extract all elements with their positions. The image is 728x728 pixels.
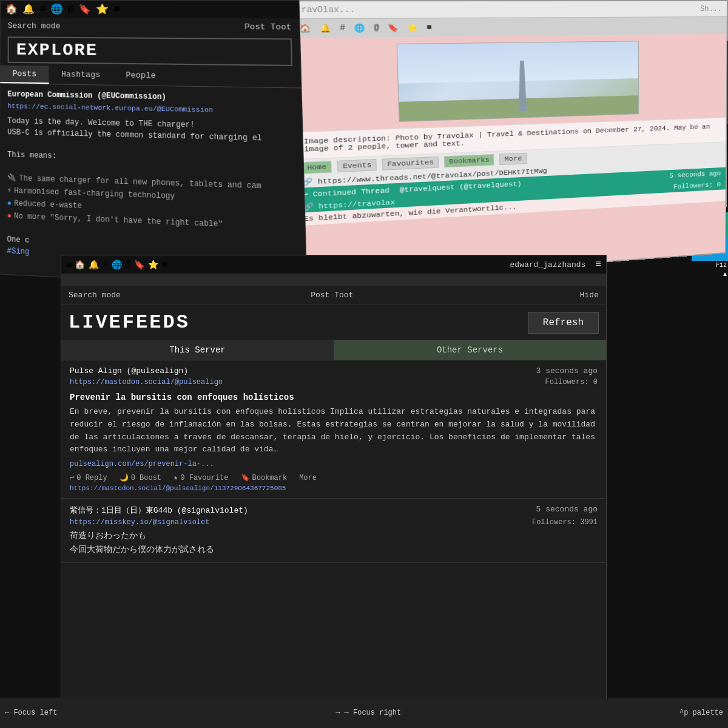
post1-url[interactable]: https://mastodon.social/@pulsealign xyxy=(70,378,223,386)
post1-link-preview[interactable]: pulsealign.com/es/prevenir-la-... xyxy=(70,460,598,468)
fav-icon: ★ xyxy=(174,473,178,482)
svg-rect-0 xyxy=(397,41,638,121)
nav-square-icon[interactable]: ■ xyxy=(423,22,434,34)
events-action-btn[interactable]: Events xyxy=(337,159,377,172)
bk-icon: 🔖 xyxy=(241,473,250,482)
topbar-hash-icon[interactable]: # xyxy=(103,260,107,269)
topbar-username: edward_jazzhands xyxy=(510,260,586,269)
bell-icon: 🔔 xyxy=(22,3,35,15)
explore-topbar: 🏠 🔔 # 🌐 @ 🔖 ⭐ ■ xyxy=(1,1,299,19)
post-body-intro: This means: xyxy=(7,149,295,168)
nav-bookmark-icon[interactable]: 🔖 xyxy=(385,21,402,34)
topbar-globe-icon[interactable]: 🌐 xyxy=(112,260,122,270)
topbar-at-icon[interactable]: @ xyxy=(126,260,130,269)
post1-meta: https://mastodon.social/@pulsealign Foll… xyxy=(70,378,598,389)
tab-other-servers[interactable]: Other Servers xyxy=(334,340,606,360)
focus-right-label[interactable]: → → Focus right xyxy=(335,709,401,717)
feed-post-1: Pulse Align (@pulsealign) 3 seconds ago … xyxy=(61,360,606,499)
accent-text: ▲ xyxy=(692,270,728,279)
topbar-square2-icon[interactable]: ■ xyxy=(162,260,167,269)
main-topbar: ◀ 🏠 🔔 # 🌐 @ 🔖 ⭐ ■ edward_jazzhands ≡ xyxy=(61,255,606,274)
post1-subtitle: Prevenir la bursitis con enfoques holíst… xyxy=(70,393,598,402)
post1-author: Pulse Align (@pulsealign) xyxy=(70,366,188,376)
post1-permalink[interactable]: https://mastodon.social/@pulsealign/1137… xyxy=(70,485,598,492)
home-icon: 🏠 xyxy=(5,3,18,15)
feed-post-2: 紫信号：1日目（日）東G44b (@signalviolet) 5 second… xyxy=(61,499,606,563)
post2-author: 紫信号：1日目（日）東G44b (@signalviolet) xyxy=(70,505,248,516)
post1-actions: ↩0 Reply 🌙0 Boost ★0 Favourite 🔖Bookmark… xyxy=(70,473,598,482)
topbar-star2-icon[interactable]: ⭐ xyxy=(148,260,158,270)
post1-time: 3 seconds ago xyxy=(536,366,598,376)
square-icon: ■ xyxy=(113,4,120,15)
main-post-toot[interactable]: Post Toot xyxy=(311,291,353,300)
globe-icon: 🌐 xyxy=(50,3,62,15)
photo-overlay xyxy=(397,41,638,121)
post2-header: 紫信号：1日目（日）東G44b (@signalviolet) 5 second… xyxy=(70,505,598,516)
home-action-btn[interactable]: Home xyxy=(302,161,332,174)
livefeeds-title: LIVEFEEDS xyxy=(69,311,528,334)
post2-followers: Followers: 3991 xyxy=(532,518,598,529)
boost-icon: 🌙 xyxy=(120,473,129,482)
explore-search-row: Search mode Post Toot xyxy=(1,18,300,36)
focus-left-text: Focus left xyxy=(13,709,57,717)
hash-icon: # xyxy=(39,4,46,15)
f12-label: F12 xyxy=(692,261,728,270)
spacer-bar xyxy=(61,274,606,286)
nav-star-icon[interactable]: ⭐ xyxy=(404,21,421,34)
explore-post: European Commission (@EUCommission) http… xyxy=(0,84,306,276)
tab-hashtags[interactable]: Hashtags xyxy=(49,66,113,85)
bottom-bar: ← Focus left → → Focus right ^p palette xyxy=(0,698,728,728)
post1-body: En breve, prevenir la bursitis con enfoq… xyxy=(70,406,598,456)
livefeeds-header: LIVEFEEDS Refresh xyxy=(61,305,606,340)
panel-title-text: travOlax... xyxy=(295,5,355,15)
star-icon: ⭐ xyxy=(96,3,109,15)
post2-url[interactable]: https://misskey.io/@signalviolet xyxy=(70,518,209,527)
arrow-right-icon: → xyxy=(335,709,340,717)
thread-time: 5 seconds ago xyxy=(669,170,721,180)
focus-left-label[interactable]: ← Focus left xyxy=(5,709,57,717)
topbar-bell-icon[interactable]: 🔔 xyxy=(89,260,99,270)
more-action-btn[interactable]: More xyxy=(499,153,527,165)
explore-title: EXPLORE xyxy=(8,36,292,66)
bookmark-action[interactable]: 🔖Bookmark xyxy=(241,473,288,482)
panel-close-area: Sh... xyxy=(700,4,722,13)
topbar-back-icon[interactable]: ◀ xyxy=(66,260,71,270)
palette-label[interactable]: ^p palette xyxy=(679,709,723,717)
search-mode-label: Search mode xyxy=(8,21,61,31)
topbar-bookmark2-icon[interactable]: 🔖 xyxy=(134,260,144,270)
reply-icon: ↩ xyxy=(70,473,74,482)
favourites-action-btn[interactable]: Favourites xyxy=(382,157,439,170)
topbar-menu-icon[interactable]: ≡ xyxy=(595,259,601,270)
post-toot-button[interactable]: Post Toot xyxy=(244,22,291,32)
main-search-mode: Search mode xyxy=(69,291,121,300)
travel-panel: travOlax... Sh... 🏠 🔔 # 🌐 @ 🔖 ⭐ ■ Image … xyxy=(288,0,728,285)
nav-bell-icon[interactable]: 🔔 xyxy=(317,22,334,35)
travel-photo xyxy=(397,41,639,122)
arrow-left-icon: ← xyxy=(5,709,9,717)
main-toolbar: Search mode Post Toot Hide xyxy=(61,286,606,305)
more-action[interactable]: More xyxy=(299,474,317,482)
topbar-home-icon[interactable]: 🏠 xyxy=(75,260,85,270)
post2-time: 5 seconds ago xyxy=(536,505,598,516)
post2-body-line1: 荷造りおわったかも xyxy=(70,529,598,542)
reply-action[interactable]: ↩0 Reply xyxy=(70,473,107,482)
bookmark-icon: 🔖 xyxy=(79,3,92,15)
photo-area xyxy=(291,34,726,132)
tab-people[interactable]: People xyxy=(113,67,169,86)
topbar-icons: ◀ 🏠 🔔 # 🌐 @ 🔖 ⭐ ■ xyxy=(66,260,167,270)
focus-right-text: → Focus right xyxy=(345,709,402,717)
at-icon: @ xyxy=(68,4,74,15)
nav-globe-icon[interactable]: 🌐 xyxy=(351,22,368,35)
tab-this-server[interactable]: This Server xyxy=(61,340,334,360)
hide-button[interactable]: Hide xyxy=(580,291,599,300)
bookmarks-action-btn[interactable]: Bookmarks xyxy=(444,154,494,167)
nav-hash-icon[interactable]: # xyxy=(337,22,348,35)
tab-posts[interactable]: Posts xyxy=(0,66,49,84)
post2-body-line2: 今回大荷物だから僕の体力が試される xyxy=(70,543,598,556)
favourite-action[interactable]: ★0 Favourite xyxy=(174,473,228,482)
refresh-button[interactable]: Refresh xyxy=(528,312,599,334)
livefeeds-panel: ◀ 🏠 🔔 # 🌐 @ 🔖 ⭐ ■ edward_jazzhands ≡ Sea… xyxy=(61,255,607,710)
thread-followers: Followers: 0 xyxy=(673,181,721,190)
nav-at-icon[interactable]: @ xyxy=(371,22,382,34)
boost-action[interactable]: 🌙0 Boost xyxy=(120,473,161,482)
